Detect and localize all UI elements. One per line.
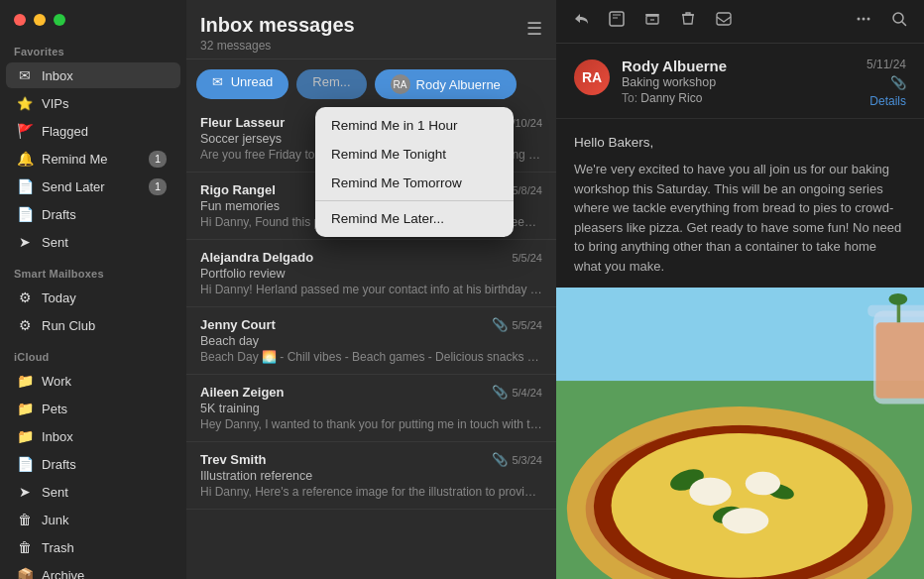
- detail-image: [556, 288, 924, 579]
- message-sender: Fleur Lasseur: [200, 115, 285, 130]
- sidebar-item-icloud-drafts[interactable]: 📄 Drafts: [6, 451, 180, 477]
- archive-toolbar-icon[interactable]: [643, 10, 661, 33]
- sidebar-item-work[interactable]: 📁 Work: [6, 368, 180, 394]
- spam-toolbar-icon[interactable]: [715, 10, 733, 33]
- trash-toolbar-icon[interactable]: [679, 10, 697, 33]
- filter-tab-unread[interactable]: ✉ Unread: [196, 69, 289, 99]
- more-icon[interactable]: [855, 10, 872, 33]
- message-date: 5/8/24: [512, 184, 542, 196]
- message-preview: Beach Day 🌅 - Chill vibes - Beach games …: [200, 350, 542, 364]
- attachment-icon: 📎: [492, 452, 508, 467]
- sidebar-item-label: Work: [42, 374, 71, 389]
- message-preview: Hey Danny, I wanted to thank you for put…: [200, 417, 542, 431]
- sidebar-item-archive[interactable]: 📦 Archive: [6, 562, 180, 579]
- message-subject: Illustration reference: [200, 469, 542, 483]
- star-icon: ⭐: [16, 94, 34, 112]
- icloud-drafts-icon: 📄: [16, 455, 34, 473]
- remind-tonight[interactable]: Remind Me Tonight: [315, 140, 514, 169]
- sidebar-item-label: Drafts: [42, 207, 76, 222]
- detail-panel: RA Rody Albuerne Baking workshop To: Dan…: [556, 0, 924, 579]
- sidebar-item-pets[interactable]: 📁 Pets: [6, 396, 180, 421]
- detail-to-name: Danny Rico: [640, 91, 702, 105]
- details-link[interactable]: Details: [869, 94, 906, 108]
- remind-1-hour[interactable]: Remind Me in 1 Hour: [315, 111, 514, 140]
- svg-point-16: [689, 478, 731, 506]
- sidebar-item-sent[interactable]: ➤ Sent: [6, 229, 180, 255]
- sidebar-item-send-later[interactable]: 📄 Send Later 1: [6, 174, 180, 199]
- search-icon[interactable]: [890, 10, 908, 33]
- compose-icon[interactable]: [608, 10, 626, 33]
- trash-icon: 🗑: [16, 538, 34, 556]
- filter-tab-rody[interactable]: RA Rody Albuerne: [375, 69, 517, 99]
- icloud-inbox-icon: 📁: [16, 427, 34, 445]
- message-preview: Hi Danny, Here's a reference image for t…: [200, 485, 542, 499]
- table-row[interactable]: Trev Smith 📎 5/3/24 Illustration referen…: [186, 442, 556, 510]
- sidebar-item-vips[interactable]: ⭐ VIPs: [6, 90, 180, 116]
- table-row[interactable]: Aileen Zeigen 📎 5/4/24 5K training Hey D…: [186, 375, 556, 442]
- sidebar-item-today[interactable]: ⚙ Today: [6, 285, 180, 310]
- remind-tab-label: Rem...: [312, 74, 350, 89]
- table-row[interactable]: Alejandra Delgado 5/5/24 Portfolio revie…: [186, 240, 556, 307]
- remind-dropdown: Remind Me in 1 Hour Remind Me Tonight Re…: [315, 107, 514, 237]
- dropdown-divider: [315, 200, 514, 201]
- message-subject: Portfolio review: [200, 267, 542, 281]
- detail-header: RA Rody Albuerne Baking workshop To: Dan…: [556, 44, 924, 119]
- message-sender: Alejandra Delgado: [200, 250, 313, 265]
- remind-tomorrow[interactable]: Remind Me Tomorrow: [315, 169, 514, 197]
- send-later-badge: 1: [149, 178, 167, 195]
- avatar: RA: [574, 59, 610, 95]
- message-date: 5/5/24: [512, 252, 542, 264]
- sidebar-item-trash[interactable]: 🗑 Trash: [6, 534, 180, 560]
- message-subject: 5K training: [200, 402, 542, 415]
- message-list-header: Inbox messages 32 messages ☰: [186, 0, 556, 59]
- date-details: 5/11/24 📎 Details: [866, 58, 906, 108]
- filter-tab-reminders[interactable]: Rem...: [296, 69, 366, 99]
- svg-point-18: [722, 508, 768, 533]
- svg-rect-22: [876, 322, 924, 398]
- message-sender: Aileen Zeigen: [200, 385, 285, 400]
- svg-point-12: [612, 433, 868, 578]
- sidebar-item-flagged[interactable]: 🚩 Flagged: [6, 118, 180, 144]
- rody-tab-label: Rody Albuerne: [416, 77, 501, 92]
- maximize-button[interactable]: [54, 14, 65, 26]
- sent-icon: ➤: [16, 233, 34, 251]
- detail-subject: Baking workshop: [622, 75, 855, 89]
- detail-toolbar: [556, 0, 924, 44]
- minimize-button[interactable]: [34, 14, 46, 26]
- filter-icon[interactable]: ☰: [526, 18, 542, 40]
- detail-date: 5/11/24: [866, 58, 906, 71]
- svg-point-4: [858, 18, 861, 21]
- remind-later[interactable]: Remind Me Later...: [315, 204, 514, 233]
- svg-rect-0: [610, 12, 624, 26]
- sidebar-item-icloud-inbox[interactable]: 📁 Inbox: [6, 423, 180, 449]
- body-text: We're very excited to have you all join …: [574, 160, 906, 276]
- pets-folder-icon: 📁: [16, 400, 34, 417]
- attachment-icon: 📎: [492, 317, 508, 332]
- sidebar-item-junk[interactable]: 🗑 Junk: [6, 507, 180, 532]
- sidebar-item-drafts[interactable]: 📄 Drafts: [6, 201, 180, 227]
- send-later-icon: 📄: [16, 177, 34, 195]
- sidebar-item-icloud-sent[interactable]: ➤ Sent: [6, 479, 180, 505]
- attachment-detail-icon: 📎: [890, 75, 906, 90]
- bell-icon: 🔔: [16, 150, 34, 168]
- sidebar-item-label: Junk: [42, 513, 68, 527]
- detail-body: Hello Bakers, We're very excited to have…: [556, 119, 924, 288]
- remind-me-badge: 1: [149, 151, 167, 168]
- reply-icon[interactable]: [572, 10, 590, 33]
- favorites-section-label: Favorites: [0, 34, 186, 61]
- filter-tabs: ✉ Unread Rem... RA Rody Albuerne Remind …: [186, 59, 556, 105]
- message-sender: Jenny Court: [200, 317, 276, 332]
- inbox-icon: ✉: [16, 66, 34, 84]
- detail-sender-name: Rody Albuerne: [622, 58, 855, 74]
- sidebar-item-remind-me[interactable]: 🔔 Remind Me 1: [6, 146, 180, 172]
- sidebar-item-label: Sent: [42, 485, 68, 500]
- unread-tab-icon: ✉: [212, 74, 223, 89]
- sidebar-item-label: Inbox: [42, 68, 73, 83]
- sidebar-item-inbox[interactable]: ✉ Inbox: [6, 62, 180, 88]
- window-controls: [0, 0, 186, 34]
- sidebar-item-run-club[interactable]: ⚙ Run Club: [6, 312, 180, 338]
- table-row[interactable]: Jenny Court 📎 5/5/24 Beach day Beach Day…: [186, 307, 556, 375]
- sidebar-item-label: Today: [42, 290, 76, 305]
- close-button[interactable]: [14, 14, 26, 26]
- unread-tab-label: Unread: [231, 74, 274, 89]
